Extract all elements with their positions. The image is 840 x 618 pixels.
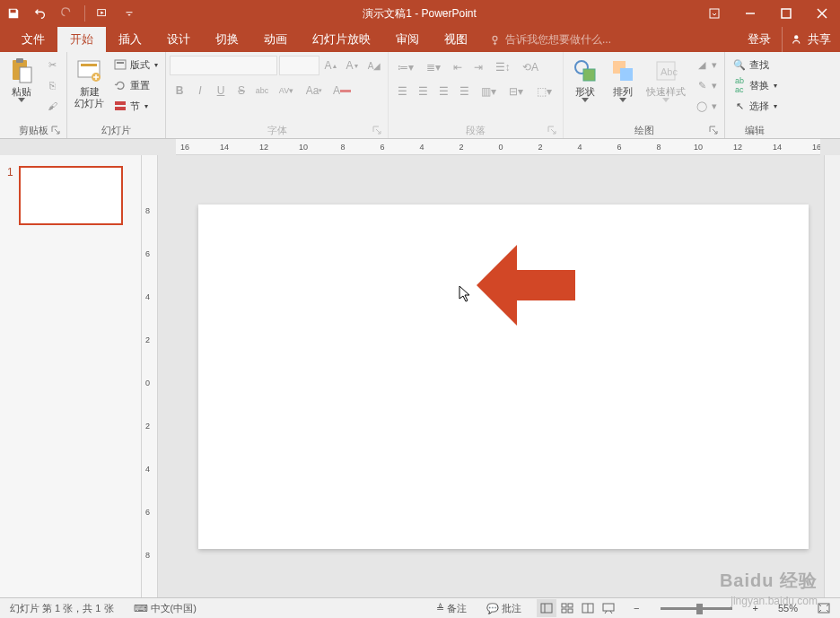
- italic-button[interactable]: I: [190, 81, 210, 100]
- new-slide-button[interactable]: 新建 幻灯片: [71, 55, 108, 111]
- sorter-view-button[interactable]: [557, 599, 577, 617]
- align-center-button[interactable]: ☰: [413, 82, 433, 101]
- shape-fill-button[interactable]: ◢▾: [691, 55, 721, 74]
- font-launcher-icon[interactable]: [372, 126, 382, 136]
- quick-style-button[interactable]: Abc 快速样式: [643, 55, 689, 104]
- find-button[interactable]: 🔍 查找: [729, 55, 781, 74]
- strike-button[interactable]: S: [232, 81, 251, 100]
- font-family-combo[interactable]: [170, 56, 277, 75]
- case-button[interactable]: Aa▾: [301, 81, 328, 100]
- qat-customize-icon[interactable]: [116, 0, 143, 27]
- slide-counter[interactable]: 幻灯片 第 1 张，共 1 张: [5, 602, 118, 615]
- group-clipboard: 粘贴 ✂ ⎘ 🖌 剪贴板: [0, 52, 67, 138]
- grow-font-button[interactable]: A▲: [321, 56, 341, 75]
- maximize-icon[interactable]: [768, 0, 804, 27]
- chevron-down-icon: [18, 98, 25, 102]
- close-icon[interactable]: [804, 0, 840, 27]
- clipboard-launcher-icon[interactable]: [50, 126, 61, 136]
- slide-editor[interactable]: [158, 155, 840, 597]
- bold-button[interactable]: B: [170, 81, 189, 100]
- drawing-launcher-icon[interactable]: [708, 126, 719, 136]
- zoom-level[interactable]: 55%: [774, 603, 802, 614]
- comments-icon: 💬: [486, 603, 499, 614]
- ribbon-options-icon[interactable]: [696, 0, 732, 27]
- slide-thumbnail-1[interactable]: 1: [7, 166, 134, 225]
- replace-button[interactable]: abac 替换▾: [729, 75, 781, 95]
- justify-button[interactable]: ☰: [454, 82, 474, 101]
- zoom-thumb[interactable]: [696, 604, 703, 614]
- shape-outline-button[interactable]: ✎▾: [691, 75, 721, 95]
- save-icon[interactable]: [0, 0, 27, 27]
- slideshow-view-button[interactable]: [599, 599, 618, 617]
- numbering-button[interactable]: ≣▾: [420, 57, 447, 77]
- align-right-button[interactable]: ☰: [433, 82, 453, 101]
- tab-animation[interactable]: 动画: [251, 27, 300, 52]
- svg-point-6: [493, 36, 497, 40]
- paragraph-launcher-icon[interactable]: [547, 126, 557, 136]
- normal-view-button[interactable]: [537, 599, 556, 617]
- layout-button[interactable]: 版式▾: [109, 55, 162, 74]
- zoom-in-button[interactable]: +: [748, 603, 763, 614]
- zoom-out-button[interactable]: −: [629, 603, 643, 614]
- select-button[interactable]: ↖ 选择▾: [729, 96, 781, 116]
- ruler-vertical[interactable]: 864202468: [142, 155, 158, 597]
- undo-icon[interactable]: [27, 0, 54, 27]
- shrink-font-button[interactable]: A▼: [343, 56, 363, 75]
- login-button[interactable]: 登录: [737, 27, 782, 52]
- tab-home[interactable]: 开始: [57, 27, 106, 52]
- decrease-indent-button[interactable]: ⇤: [448, 57, 468, 77]
- underline-button[interactable]: U: [211, 81, 231, 100]
- copy-button[interactable]: ⎘: [41, 75, 63, 95]
- tab-insert[interactable]: 插入: [106, 27, 154, 52]
- tab-design[interactable]: 设计: [154, 27, 203, 52]
- smartart-button[interactable]: ⬚▾: [530, 82, 557, 101]
- font-size-combo[interactable]: [279, 56, 319, 75]
- thumbnail-pane[interactable]: 1: [0, 155, 142, 597]
- start-from-beginning-icon[interactable]: [89, 0, 116, 27]
- slide-canvas[interactable]: [198, 205, 809, 549]
- reset-button[interactable]: 重置: [109, 75, 162, 95]
- fit-to-window-button[interactable]: [813, 603, 835, 614]
- svg-text:Abc: Abc: [661, 66, 678, 77]
- minimize-icon[interactable]: [732, 0, 768, 27]
- spacing-button[interactable]: AV▾: [273, 81, 300, 100]
- tab-transition[interactable]: 切换: [203, 27, 251, 52]
- bullets-button[interactable]: ≔▾: [392, 57, 419, 77]
- redo-icon[interactable]: [54, 0, 81, 27]
- shapes-button[interactable]: 形状: [567, 55, 603, 104]
- columns-button[interactable]: ▥▾: [475, 82, 502, 101]
- tab-view[interactable]: 视图: [432, 27, 480, 52]
- language-indicator[interactable]: ⌨ 中文(中国): [129, 602, 201, 615]
- shape-effects-button[interactable]: ◯▾: [691, 96, 721, 116]
- tab-review[interactable]: 审阅: [383, 27, 432, 52]
- paste-button[interactable]: 粘贴: [4, 55, 39, 104]
- group-slides: 新建 幻灯片 版式▾ 重置 节▾ 幻灯片: [67, 52, 166, 138]
- comments-button[interactable]: 💬 批注: [482, 602, 526, 615]
- shadow-button[interactable]: abc: [252, 81, 272, 100]
- arrow-shape[interactable]: [477, 245, 575, 326]
- notes-button[interactable]: ≜ 备注: [432, 602, 471, 615]
- zoom-slider[interactable]: [661, 607, 732, 610]
- svg-rect-32: [603, 604, 614, 611]
- cut-button[interactable]: ✂: [41, 55, 63, 74]
- reading-view-button[interactable]: [578, 599, 598, 617]
- line-spacing-button[interactable]: ☰↕: [489, 57, 516, 77]
- arrange-button[interactable]: 排列: [605, 55, 641, 104]
- align-left-button[interactable]: ☰: [392, 82, 412, 101]
- spellcheck-icon: ⌨: [134, 603, 148, 614]
- font-color-button[interactable]: A: [328, 81, 355, 100]
- tab-file[interactable]: 文件: [9, 27, 57, 52]
- share-button[interactable]: 共享: [782, 27, 840, 52]
- tell-me[interactable]: 告诉我您想要做什么...: [480, 27, 611, 52]
- clear-format-button[interactable]: A◢: [364, 56, 384, 75]
- vertical-scrollbar[interactable]: [824, 155, 840, 597]
- text-direction-button[interactable]: ⟲A: [517, 57, 544, 77]
- increase-indent-button[interactable]: ⇥: [468, 57, 488, 77]
- chevron-down-icon: [619, 98, 626, 102]
- align-text-button[interactable]: ⊟▾: [503, 82, 529, 101]
- format-painter-button[interactable]: 🖌: [41, 96, 63, 116]
- section-button[interactable]: 节▾: [109, 96, 162, 116]
- tab-slideshow[interactable]: 幻灯片放映: [300, 27, 383, 52]
- svg-rect-17: [115, 107, 126, 110]
- slide-preview[interactable]: [19, 166, 123, 225]
